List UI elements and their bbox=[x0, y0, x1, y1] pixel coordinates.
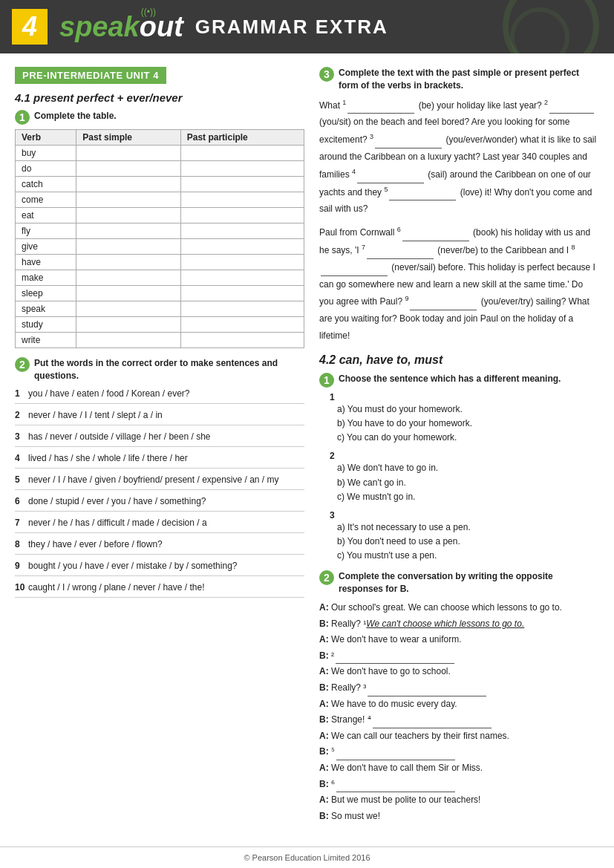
option-item: a) We don't have to go in. bbox=[337, 461, 599, 475]
item-text: you / have / eaten / food / Korean / eve… bbox=[28, 387, 304, 400]
fill-cell[interactable] bbox=[76, 223, 180, 239]
fill-cell[interactable] bbox=[76, 146, 180, 161]
choose-num: 3 bbox=[330, 510, 335, 521]
verb-cell: write bbox=[16, 333, 76, 348]
option-item: a) It's not necessary to use a pen. bbox=[337, 521, 599, 535]
list-item: 4lived / has / she / whole / life / ther… bbox=[15, 451, 304, 469]
verb-cell: give bbox=[16, 239, 76, 255]
ex3-header: 3 Complete the text with the past simple… bbox=[319, 67, 599, 92]
exercise-42-2: 2 Complete the conversation by writing t… bbox=[319, 570, 599, 824]
item-num: 6 bbox=[15, 495, 25, 508]
speaker-label: A: bbox=[319, 666, 329, 676]
list-item: 1you / have / eaten / food / Korean / ev… bbox=[15, 387, 304, 404]
ex42-1-header: 1 Choose the sentence which has a differ… bbox=[319, 373, 599, 388]
ex2-num: 2 bbox=[15, 357, 30, 372]
verb-cell: fly bbox=[16, 223, 76, 239]
fill-cell[interactable] bbox=[180, 270, 304, 286]
item-num: 10 bbox=[15, 581, 25, 594]
fill-cell[interactable] bbox=[180, 208, 304, 223]
logo: speak out ((•)) bbox=[59, 11, 183, 43]
fill-cell[interactable] bbox=[180, 317, 304, 333]
conv-text: We can call our teachers by their first … bbox=[331, 731, 509, 741]
fill-cell[interactable] bbox=[76, 255, 180, 270]
list-item: 2never / have / I / tent / slept / a / i… bbox=[15, 408, 304, 425]
fill-cell[interactable] bbox=[180, 177, 304, 192]
item-num: 3 bbox=[15, 430, 25, 443]
item-num: 8 bbox=[15, 538, 25, 551]
fill-cell[interactable] bbox=[180, 161, 304, 177]
fill-cell[interactable] bbox=[76, 301, 180, 317]
item-text: has / never / outside / village / her / … bbox=[28, 430, 304, 443]
fill-cell[interactable] bbox=[180, 333, 304, 348]
fill-cell[interactable] bbox=[76, 270, 180, 286]
speaker-label: B: bbox=[319, 811, 329, 821]
right-column: 3 Complete the text with the past simple… bbox=[319, 67, 599, 832]
speaker-label: A: bbox=[319, 634, 329, 645]
speaker-label: A: bbox=[319, 763, 329, 773]
fill-cell[interactable] bbox=[76, 192, 180, 208]
list-item: 10caught / I / wrong / plane / never / h… bbox=[15, 581, 304, 598]
option-item: c) You can do your homework. bbox=[337, 431, 599, 445]
fill-cell[interactable] bbox=[180, 223, 304, 239]
fill-cell[interactable] bbox=[76, 208, 180, 223]
conv-item: A: We have to do music every day. bbox=[319, 696, 599, 713]
page-header: 4 speak out ((•)) GRAMMAR EXTRA bbox=[0, 0, 614, 53]
item-num: 1 bbox=[15, 387, 25, 400]
item-num: 2 bbox=[15, 408, 25, 422]
conv-item: B: Strange! ⁴ bbox=[319, 712, 599, 728]
conv-item: B: Really? ³ bbox=[319, 680, 599, 696]
conv-item: B: Really? ¹We can't choose which lesson… bbox=[319, 616, 599, 633]
fill-cell[interactable] bbox=[76, 161, 180, 177]
conv-text: So must we! bbox=[331, 811, 380, 821]
ex42-1-instruction: Choose the sentence which has a differen… bbox=[339, 373, 561, 385]
fill-cell[interactable] bbox=[180, 239, 304, 255]
choose-item: 3a) It's not necessary to use a pen.b) Y… bbox=[330, 510, 599, 564]
conv-text: Our school's great. We can choose which … bbox=[331, 602, 562, 613]
conv-item: B: ⁶ bbox=[319, 777, 599, 793]
ex42-2-header: 2 Complete the conversation by writing t… bbox=[319, 570, 599, 595]
verb-cell: buy bbox=[16, 146, 76, 161]
fill-cell[interactable] bbox=[180, 255, 304, 270]
fill-cell[interactable] bbox=[76, 286, 180, 301]
fill-cell[interactable] bbox=[76, 177, 180, 192]
fill-cell[interactable] bbox=[180, 192, 304, 208]
conv-item: A: We don't have to go to school. bbox=[319, 664, 599, 680]
item-text: they / have / ever / before / flown? bbox=[28, 538, 304, 551]
section-42-title: 4.2 can, have to, must bbox=[319, 353, 599, 367]
left-column: PRE-INTERMEDIATE UNIT 4 4.1 present perf… bbox=[15, 67, 304, 832]
item-text: never / have / I / tent / slept / a / in bbox=[28, 408, 304, 422]
list-item: 5never / I / have / given / boyfriend/ p… bbox=[15, 473, 304, 490]
section-41: 4.1 present perfect + ever/never 1 Compl… bbox=[15, 91, 304, 598]
col-verb: Verb bbox=[16, 130, 76, 146]
speaker-label: B: bbox=[319, 650, 329, 661]
choose-list: 1a) You must do your homework.b) You hav… bbox=[330, 392, 599, 564]
list-item: 6done / stupid / ever / you / have / som… bbox=[15, 495, 304, 512]
exercise-2: 2 Put the words in the correct order to … bbox=[15, 357, 304, 598]
conv-text: We don't have to call them Sir or Miss. bbox=[331, 763, 483, 773]
fill-cell[interactable] bbox=[76, 317, 180, 333]
option-item: b) You don't need to use a pen. bbox=[337, 535, 599, 549]
fill-cell[interactable] bbox=[76, 333, 180, 348]
option-item: c) We mustn't go in. bbox=[337, 490, 599, 504]
conv-item: B: ² bbox=[319, 648, 599, 665]
section-41-title-text: 4.1 present perfect + ever/never bbox=[15, 91, 183, 104]
fill-cell[interactable] bbox=[180, 286, 304, 301]
section-41-title: 4.1 present perfect + ever/never bbox=[15, 91, 304, 104]
verb-cell: make bbox=[16, 270, 76, 286]
fill-cell[interactable] bbox=[180, 301, 304, 317]
item-text: bought / you / have / ever / mistake / b… bbox=[28, 559, 304, 572]
speaker-label: B: bbox=[319, 714, 329, 725]
fill-cell[interactable] bbox=[180, 146, 304, 161]
fill-text: What 1 (be) your holiday like last year?… bbox=[319, 97, 599, 218]
conv-text: We don't have to wear a uniform. bbox=[331, 634, 462, 645]
speaker-label: B: bbox=[319, 619, 329, 629]
section-42-title-text: 4.2 can, have to, must bbox=[319, 353, 442, 366]
wifi-icon: ((•)) bbox=[141, 7, 156, 17]
speaker-label: A: bbox=[319, 731, 329, 741]
item-text: caught / I / wrong / plane / never / hav… bbox=[28, 581, 304, 594]
conv-item: A: But we must be polite to our teachers… bbox=[319, 792, 599, 809]
option-item: b) You have to do your homework. bbox=[337, 417, 599, 431]
choose-num: 1 bbox=[330, 392, 335, 402]
fill-cell[interactable] bbox=[76, 239, 180, 255]
ex3-instruction: Complete the text with the past simple o… bbox=[339, 67, 599, 92]
